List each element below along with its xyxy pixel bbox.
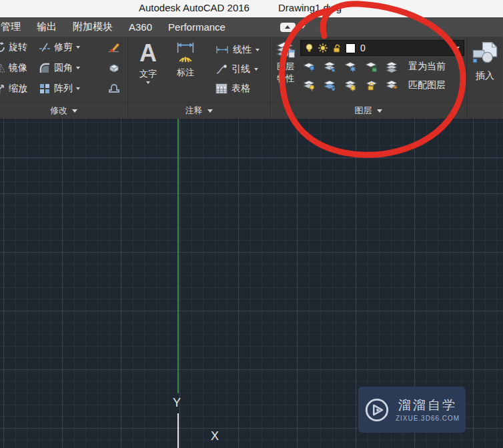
ucs-x-label: X	[211, 429, 219, 443]
layer-color-swatch[interactable]	[346, 43, 356, 53]
tab-performance[interactable]: Performance	[168, 21, 225, 33]
layer-freeze-icon[interactable]	[344, 60, 357, 73]
rotate-label: 旋转	[9, 41, 27, 53]
scale-button[interactable]: 缩放	[0, 83, 39, 95]
ucs-y-axis-line	[177, 413, 179, 448]
layer-thaw-sun-icon[interactable]	[318, 43, 328, 53]
trim-icon	[39, 41, 51, 53]
array-label: 阵列	[54, 83, 73, 95]
fillet-label: 圆角	[54, 62, 73, 74]
rotate-button[interactable]: 旋转	[0, 41, 39, 53]
text-button[interactable]: A 文字	[133, 39, 163, 102]
drawing-canvas[interactable]: Y X 溜溜自学 zixue.3d66.com	[0, 119, 503, 448]
document-title: Drawing1.dwg	[278, 2, 342, 13]
ribbon-minimize-caret-icon[interactable]	[300, 25, 306, 29]
annotate-panel-label: 注释	[185, 105, 203, 117]
layer-isolate-icon[interactable]	[302, 60, 316, 73]
match-layer-button[interactable]: 匹配图层	[408, 79, 446, 91]
tab-manage[interactable]: 管理	[1, 21, 21, 33]
layer-dropdown-caret-icon[interactable]	[454, 47, 460, 50]
table-label: 表格	[231, 83, 250, 95]
trim-dropdown-caret-icon[interactable]	[76, 46, 80, 49]
array-button[interactable]: 阵列	[39, 83, 101, 95]
grid-y-axis-line	[177, 119, 179, 393]
panel-footer-modify[interactable]: 修改	[0, 102, 127, 119]
watermark-url: zixue.3d66.com	[396, 415, 460, 422]
text-icon: A	[139, 40, 157, 67]
trim-label: 修剪	[54, 41, 73, 53]
insert-label: 插入	[476, 70, 494, 82]
tab-addins[interactable]: 附加模块	[73, 21, 113, 33]
mirror-icon	[0, 62, 6, 74]
layer-previous-icon[interactable]	[323, 79, 336, 92]
leader-icon	[215, 63, 227, 75]
annotate-panel-caret-icon	[207, 109, 213, 113]
mirror-label: 镜像	[9, 62, 27, 74]
presspull-button[interactable]	[101, 61, 127, 75]
fillet-icon	[39, 62, 51, 74]
array-icon	[39, 83, 51, 95]
panel-insert: 插入	[467, 37, 503, 119]
app-title: Autodesk AutoCAD 2016	[139, 2, 249, 13]
watermark-badge: 溜溜自学 zixue.3d66.com	[358, 387, 466, 433]
layers-panel-label: 图层	[355, 105, 372, 117]
table-icon	[215, 83, 227, 94]
ucs-y-label: Y	[173, 396, 181, 410]
layer-unlock-all-icon[interactable]	[364, 79, 378, 92]
rotate-icon	[0, 41, 6, 53]
array-dropdown-caret-icon[interactable]	[76, 87, 80, 90]
layers-panel-caret-icon	[377, 109, 382, 113]
current-layer-name: 0	[360, 43, 366, 53]
mirror-button[interactable]: 镜像	[0, 62, 39, 74]
leader-dropdown-caret-icon[interactable]	[254, 68, 258, 71]
tab-output[interactable]: 输出	[37, 21, 57, 33]
leader-label: 引线	[231, 63, 250, 75]
match-properties-button[interactable]	[101, 41, 127, 54]
arch-icon	[107, 82, 121, 95]
panel-modify: 旋转 修剪 镜像	[0, 37, 128, 119]
table-button[interactable]: 表格	[215, 79, 260, 98]
layer-properties-icon	[276, 39, 296, 60]
layer-unisolate-icon[interactable]	[302, 79, 316, 92]
scale-icon	[0, 83, 6, 95]
set-current-icon[interactable]	[385, 60, 398, 73]
panel-footer-annotate[interactable]: 注释	[128, 102, 270, 119]
layer-thaw-all-icon[interactable]	[344, 79, 357, 92]
insert-button[interactable]: 插入	[467, 37, 503, 82]
ribbon-tab-bar: 管理 输出 附加模块 A360 Performance	[0, 17, 503, 37]
layer-on-bulb-icon[interactable]	[304, 43, 314, 53]
tab-a360[interactable]: A360	[129, 21, 152, 33]
linear-icon	[215, 45, 229, 55]
layer-lock-icon[interactable]	[364, 60, 378, 73]
play-logo-icon	[364, 397, 390, 423]
layer-unlock-icon[interactable]	[332, 43, 342, 53]
scale-label: 缩放	[9, 83, 27, 95]
dimension-icon	[174, 40, 197, 65]
set-current-button[interactable]: 置为当前	[408, 61, 446, 73]
text-dropdown-caret-icon[interactable]	[146, 81, 150, 84]
layer-properties-label-1: 图层	[277, 61, 294, 72]
modify-panel-caret-icon	[72, 109, 77, 113]
panel-footer-insert	[467, 102, 503, 119]
layer-dropdown[interactable]: 0	[300, 40, 464, 56]
match-layer-icon[interactable]	[385, 79, 398, 92]
layer-walk-icon[interactable]	[323, 60, 336, 73]
leader-button[interactable]: 引线	[215, 59, 260, 79]
dimension-button[interactable]: 标注	[169, 39, 202, 102]
linear-dropdown-caret-icon[interactable]	[256, 49, 260, 51]
trim-button[interactable]: 修剪	[39, 41, 101, 53]
ribbon-minimize-icon[interactable]	[280, 23, 296, 32]
linear-dimension-button[interactable]: 线性	[215, 40, 260, 59]
region-button[interactable]	[101, 82, 127, 95]
autocad-window: Autodesk AutoCAD 2016 Drawing1.dwg 管理 输出…	[0, 0, 503, 448]
layer-properties-label-2: 特性	[277, 73, 294, 84]
panel-annotate: A 文字 标注	[128, 37, 270, 119]
panel-footer-layers[interactable]: 图层	[270, 102, 466, 119]
layer-properties-button[interactable]: 图层 特性	[272, 37, 299, 102]
fillet-dropdown-caret-icon[interactable]	[76, 67, 80, 69]
cube-icon	[107, 61, 121, 75]
modify-panel-label: 修改	[50, 105, 67, 117]
insert-block-icon	[472, 41, 498, 65]
fillet-button[interactable]: 圆角	[39, 62, 101, 74]
watermark-title: 溜溜自学	[398, 397, 457, 413]
